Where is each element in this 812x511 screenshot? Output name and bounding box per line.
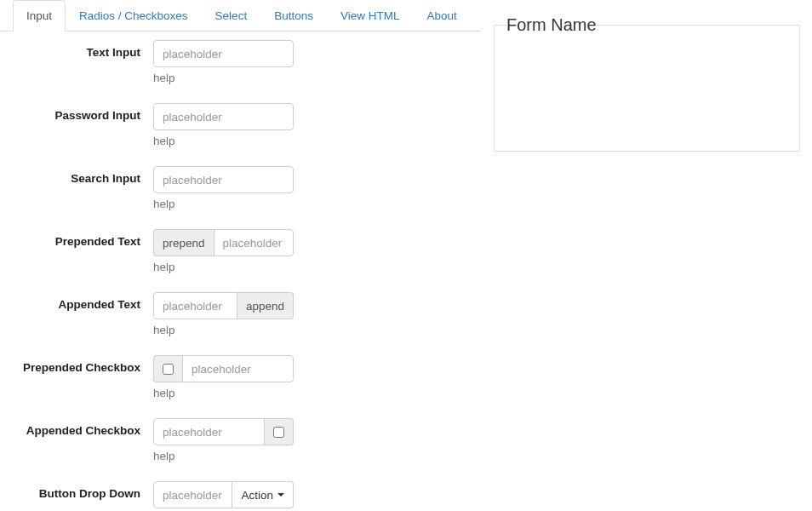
label-search-input: Search Input: [0, 166, 153, 210]
label-button-dropdown: Button Drop Down: [0, 481, 153, 508]
button-dropdown-input[interactable]: [153, 481, 232, 508]
action-dropdown-label: Action: [241, 489, 273, 502]
prepended-text-input[interactable]: [214, 229, 294, 256]
action-dropdown-button[interactable]: Action: [232, 481, 294, 508]
help-appended-text: help: [153, 324, 294, 336]
addon-prepend: prepend: [153, 229, 214, 256]
tab-view-html[interactable]: View HTML: [327, 0, 414, 32]
caret-down-icon: [277, 493, 284, 497]
label-appended-text: Appended Text: [0, 292, 153, 336]
tab-about[interactable]: About: [413, 0, 470, 32]
appended-checkbox[interactable]: [273, 427, 284, 438]
addon-append: append: [237, 292, 294, 319]
prepended-checkbox[interactable]: [163, 364, 174, 375]
label-password-input: Password Input: [0, 103, 153, 147]
field-prepended-text: Prepended Text prepend help: [0, 229, 481, 273]
search-input[interactable]: [153, 166, 294, 193]
addon-append-checkbox: [265, 418, 294, 445]
help-text-input: help: [153, 72, 294, 84]
help-password-input: help: [153, 135, 294, 147]
help-search-input: help: [153, 198, 294, 210]
appended-checkbox-input[interactable]: [153, 418, 265, 445]
tab-select[interactable]: Select: [202, 0, 261, 32]
field-text-input: Text Input help: [0, 40, 481, 84]
text-input[interactable]: [153, 40, 294, 67]
help-prepended-checkbox: help: [153, 387, 294, 399]
appended-text-input[interactable]: [153, 292, 237, 319]
field-appended-checkbox: Appended Checkbox help: [0, 418, 481, 462]
field-button-dropdown: Button Drop Down Action: [0, 481, 481, 508]
label-prepended-checkbox: Prepended Checkbox: [0, 355, 153, 399]
help-prepended-text: help: [153, 261, 294, 273]
label-appended-checkbox: Appended Checkbox: [0, 418, 153, 462]
tab-bar: Input Radios / Checkboxes Select Buttons…: [0, 0, 481, 32]
field-password-input: Password Input help: [0, 103, 481, 147]
tab-buttons[interactable]: Buttons: [260, 0, 327, 32]
field-appended-text: Appended Text append help: [0, 292, 481, 336]
field-search-input: Search Input help: [0, 166, 481, 210]
tab-input[interactable]: Input: [13, 0, 66, 32]
password-input[interactable]: [153, 103, 294, 130]
tab-radios-checkboxes[interactable]: Radios / Checkboxes: [66, 0, 202, 32]
prepended-checkbox-input[interactable]: [182, 355, 294, 382]
label-text-input: Text Input: [0, 40, 153, 84]
help-appended-checkbox: help: [153, 450, 294, 462]
label-prepended-text: Prepended Text: [0, 229, 153, 273]
addon-prepend-checkbox: [153, 355, 182, 382]
form-preview-panel: Form Name: [494, 15, 800, 152]
form-preview-title: Form Name: [506, 15, 597, 35]
field-prepended-checkbox: Prepended Checkbox help: [0, 355, 481, 399]
